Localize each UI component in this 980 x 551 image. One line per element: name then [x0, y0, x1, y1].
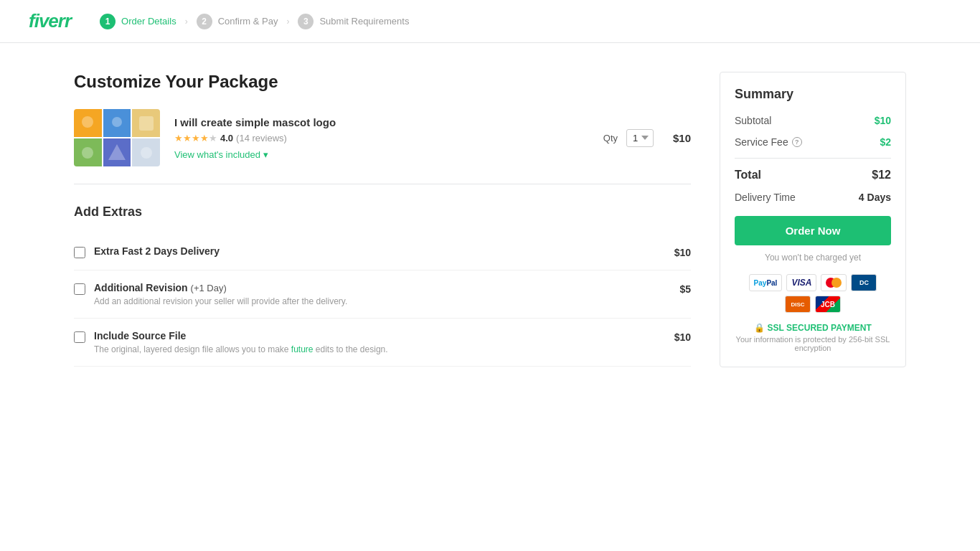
- svg-point-7: [82, 147, 93, 159]
- summary-box: Summary Subtotal $10 Service Fee ? $2 To…: [720, 72, 906, 367]
- subtotal-label: Subtotal: [735, 115, 771, 126]
- rating-count: (14 reviews): [236, 133, 287, 143]
- delivery-value: 4 Days: [859, 192, 891, 203]
- summary-divider: [735, 158, 891, 159]
- service-images: [74, 109, 160, 166]
- jcb-icon: JCB: [815, 296, 841, 313]
- service-image-5: [103, 138, 131, 166]
- extra-checkbox-3[interactable]: [74, 331, 85, 343]
- service-fee-row: Service Fee ? $2: [735, 136, 891, 148]
- diners-icon: DC: [851, 274, 877, 291]
- page-title: Customize Your Package: [74, 72, 691, 92]
- step-1-num: 1: [100, 14, 116, 29]
- service-image-6: [132, 138, 160, 166]
- extra-future-link[interactable]: future: [291, 344, 314, 354]
- qty-price: Qty 1 2 3 4 5 $10: [603, 129, 691, 147]
- ssl-title: 🔒 SSL SECURED PAYMENT: [735, 323, 891, 333]
- svg-point-3: [112, 117, 122, 127]
- step-3: 3 Submit Requirements: [298, 14, 409, 29]
- paypal-icon: PayPal: [749, 274, 783, 291]
- extras-section: Add Extras Extra Fast 2 Days Delivery $1…: [74, 204, 691, 367]
- total-label: Total: [735, 169, 761, 182]
- service-fee-label: Service Fee ?: [735, 136, 802, 148]
- steps-nav: 1 Order Details › 2 Confirm & Pay › 3 Su…: [100, 14, 409, 29]
- payment-icons: PayPal VISA DC DISC JCB: [735, 274, 891, 313]
- help-icon[interactable]: ?: [792, 137, 802, 147]
- service-fee-value: $2: [880, 136, 891, 148]
- sidebar: Summary Subtotal $10 Service Fee ? $2 To…: [720, 72, 906, 367]
- extra-name-3: Include Source File: [94, 330, 666, 342]
- step-arrow-2: ›: [286, 17, 289, 27]
- extra-name-1: Extra Fast 2 Days Delivery: [94, 245, 666, 257]
- chevron-down-icon: ▾: [263, 149, 268, 160]
- discover-icon: DISC: [785, 296, 811, 313]
- svg-point-1: [82, 116, 93, 128]
- subtotal-row: Subtotal $10: [735, 115, 891, 126]
- step-3-label: Submit Requirements: [319, 16, 409, 27]
- service-image-2: [103, 109, 131, 137]
- service-info: I will create simple mascot logo ★★★★★ 4…: [174, 116, 589, 160]
- view-included-link[interactable]: View what's included ▾: [174, 149, 268, 160]
- extra-info-1: Extra Fast 2 Days Delivery: [94, 245, 666, 257]
- qty-label: Qty: [603, 133, 618, 143]
- step-3-num: 3: [298, 14, 314, 29]
- ssl-desc: Your information is protected by 256-bit…: [735, 335, 891, 352]
- summary-title: Summary: [735, 87, 891, 102]
- svg-rect-5: [139, 116, 154, 131]
- total-value: $12: [872, 169, 891, 182]
- extra-name-2: Additional Revision (+1 Day): [94, 282, 671, 293]
- visa-icon: VISA: [786, 274, 816, 291]
- step-2-label: Confirm & Pay: [218, 16, 278, 27]
- extra-price-1: $10: [674, 247, 691, 258]
- extra-item-1: Extra Fast 2 Days Delivery $10: [74, 234, 691, 270]
- extra-day-tag-2: (+1 Day): [191, 283, 227, 293]
- extra-item-2: Additional Revision (+1 Day) Add an addi…: [74, 270, 691, 319]
- extra-info-3: Include Source File The original, layere…: [94, 330, 666, 354]
- extra-desc-2: Add an additional revision your seller w…: [94, 296, 671, 306]
- main-layout: Customize Your Package: [60, 43, 920, 396]
- service-row: I will create simple mascot logo ★★★★★ 4…: [74, 109, 691, 184]
- extra-price-2: $5: [679, 283, 691, 295]
- extra-price-3: $10: [674, 331, 691, 343]
- rating-num: 4.0: [220, 133, 233, 143]
- step-arrow-1: ›: [185, 17, 188, 27]
- step-1: 1 Order Details: [100, 14, 176, 29]
- service-title: I will create simple mascot logo: [174, 116, 589, 128]
- stars: ★★★★★: [174, 133, 217, 143]
- delivery-label: Delivery Time: [735, 192, 796, 203]
- extra-checkbox-2[interactable]: [74, 283, 85, 295]
- extra-checkbox-1[interactable]: [74, 247, 85, 258]
- service-image-1: [74, 109, 102, 137]
- service-image-3: [132, 109, 160, 137]
- service-image-4: [74, 138, 102, 166]
- extra-item-3: Include Source File The original, layere…: [74, 319, 691, 367]
- mastercard-icon: [821, 274, 847, 291]
- ssl-section: 🔒 SSL SECURED PAYMENT Your information i…: [735, 323, 891, 352]
- service-price: $10: [662, 132, 691, 144]
- step-1-label: Order Details: [121, 16, 176, 27]
- extra-desc-3: The original, layered design file allows…: [94, 344, 666, 354]
- delivery-row: Delivery Time 4 Days: [735, 192, 891, 203]
- extra-info-2: Additional Revision (+1 Day) Add an addi…: [94, 282, 671, 306]
- total-row: Total $12: [735, 169, 891, 182]
- main-content: Customize Your Package: [74, 72, 691, 367]
- step-2: 2 Confirm & Pay: [197, 14, 278, 29]
- order-now-button[interactable]: Order Now: [735, 216, 891, 245]
- extras-title: Add Extras: [74, 204, 691, 220]
- svg-point-11: [141, 147, 152, 159]
- quantity-select[interactable]: 1 2 3 4 5: [626, 129, 654, 147]
- fiverr-logo[interactable]: fiverr: [29, 10, 71, 32]
- no-charge-text: You won't be charged yet: [735, 253, 891, 263]
- subtotal-value: $10: [875, 115, 891, 126]
- rating: ★★★★★ 4.0 (14 reviews): [174, 133, 589, 143]
- header: fiverr 1 Order Details › 2 Confirm & Pay…: [0, 0, 980, 43]
- step-2-num: 2: [197, 14, 212, 29]
